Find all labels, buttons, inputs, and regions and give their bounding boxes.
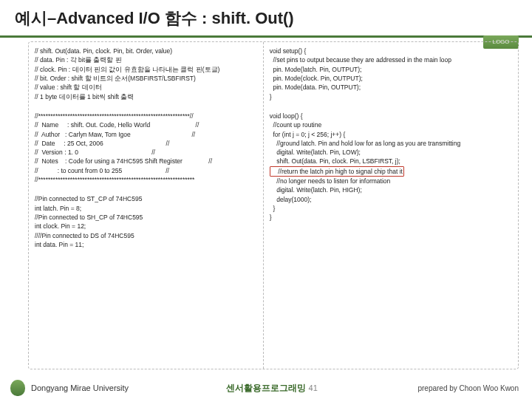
right-column: void setup() { //set pins to output beca…: [264, 42, 518, 369]
footer-author: prepared by Choon Woo Kwon: [417, 384, 519, 392]
footer-page-number: 41: [309, 383, 318, 392]
highlight-box: //return the latch pin high to signal ch…: [270, 166, 404, 177]
code-loop-bottom: //no longer needs to listen for informat…: [270, 177, 512, 222]
content-frame: // shift. Out(data. Pin, clock. Pin, bit…: [28, 41, 519, 369]
code-pin-decl: //Pin connected to ST_CP of 74HC595 int …: [35, 194, 257, 249]
code-loop-top: void loop() { //count up routine for (in…: [270, 112, 512, 166]
code-header-comment: //**************************************…: [35, 112, 257, 185]
code-comment-api: // shift. Out(data. Pin, clock. Pin, bit…: [35, 47, 257, 101]
footer: Dongyang Mirae University 센서활용프로그래밍 41 p…: [0, 377, 532, 399]
left-column: // shift. Out(data. Pin, clock. Pin, bit…: [29, 42, 264, 369]
page-title: 예시–Advanced I/O 함수 : shift. Out(): [15, 7, 517, 30]
footer-logo-icon: [10, 380, 25, 396]
code-setup: void setup() { //set pins to output beca…: [270, 47, 512, 101]
title-bar: 예시–Advanced I/O 함수 : shift. Out(): [0, 0, 532, 38]
footer-university: Dongyang Mirae University: [31, 383, 129, 392]
footer-center: 센서활용프로그래밍: [226, 382, 306, 395]
code-loop-highlight-line: //return the latch pin high to signal ch…: [270, 166, 512, 177]
